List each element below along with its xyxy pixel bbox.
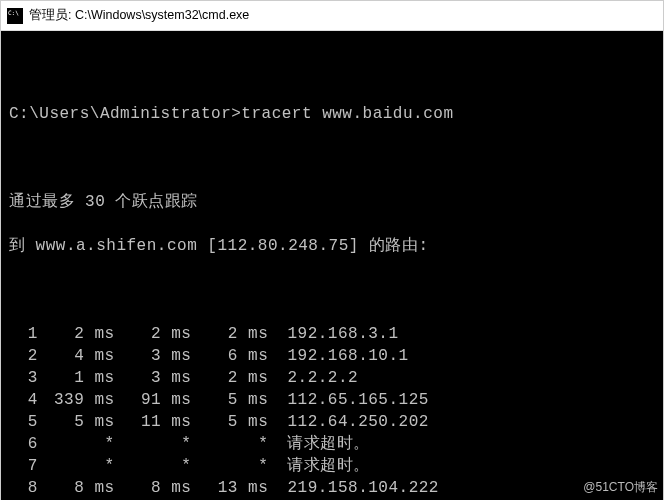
watermark: @51CTO博客 — [583, 479, 658, 496]
hop-host: 192.168.10.1 — [268, 345, 408, 367]
hop-time-1: 5 ms — [38, 411, 115, 433]
hop-time-3: 6 ms — [191, 345, 268, 367]
blank-line — [9, 279, 655, 301]
hop-time-2: 3 ms — [115, 345, 192, 367]
hop-host: 请求超时。 — [268, 433, 370, 455]
hop-time-1: 8 ms — [38, 477, 115, 499]
hop-number: 7 — [9, 455, 38, 477]
prompt-line: C:\Users\Administrator>tracert www.baidu… — [9, 103, 655, 125]
intro-line-1: 通过最多 30 个跃点跟踪 — [9, 191, 655, 213]
hop-number: 6 — [9, 433, 38, 455]
blank-line — [9, 59, 655, 81]
hop-row: 31 ms3 ms2 ms2.2.2.2 — [9, 367, 655, 389]
hop-time-1: 1 ms — [38, 367, 115, 389]
hop-time-3: * — [191, 455, 268, 477]
hop-host: 219.158.104.222 — [268, 477, 439, 499]
hop-time-2: * — [115, 433, 192, 455]
hop-time-3: * — [191, 433, 268, 455]
titlebar[interactable]: 管理员: C:\Windows\system32\cmd.exe — [1, 1, 663, 31]
hop-row: 55 ms11 ms5 ms112.64.250.202 — [9, 411, 655, 433]
hop-number: 3 — [9, 367, 38, 389]
hop-time-3: 2 ms — [191, 323, 268, 345]
hop-number: 8 — [9, 477, 38, 499]
hop-time-1: 4 ms — [38, 345, 115, 367]
hop-host: 请求超时。 — [268, 455, 370, 477]
hop-time-2: 2 ms — [115, 323, 192, 345]
cmd-window: 管理员: C:\Windows\system32\cmd.exe C:\User… — [0, 0, 664, 500]
hop-number: 2 — [9, 345, 38, 367]
hop-list: 12 ms2 ms2 ms192.168.3.124 ms3 ms6 ms192… — [9, 323, 655, 500]
hop-time-1: * — [38, 433, 115, 455]
hop-host: 112.64.250.202 — [268, 411, 429, 433]
hop-time-1: 339 ms — [38, 389, 115, 411]
hop-host: 192.168.3.1 — [268, 323, 398, 345]
hop-number: 5 — [9, 411, 38, 433]
hop-row: 7***请求超时。 — [9, 455, 655, 477]
hop-number: 1 — [9, 323, 38, 345]
hop-row: 4339 ms91 ms5 ms112.65.165.125 — [9, 389, 655, 411]
hop-time-3: 2 ms — [191, 367, 268, 389]
prompt: C:\Users\Administrator> — [9, 105, 241, 123]
cmd-icon — [7, 8, 23, 24]
hop-number: 4 — [9, 389, 38, 411]
command: tracert www.baidu.com — [241, 105, 453, 123]
hop-time-2: 11 ms — [115, 411, 192, 433]
hop-time-2: 91 ms — [115, 389, 192, 411]
console-output[interactable]: C:\Users\Administrator>tracert www.baidu… — [1, 31, 663, 500]
hop-time-1: 2 ms — [38, 323, 115, 345]
hop-time-2: 3 ms — [115, 367, 192, 389]
hop-row: 6***请求超时。 — [9, 433, 655, 455]
hop-row: 24 ms3 ms6 ms192.168.10.1 — [9, 345, 655, 367]
title-text: 管理员: C:\Windows\system32\cmd.exe — [29, 7, 249, 24]
hop-time-2: * — [115, 455, 192, 477]
hop-time-3: 5 ms — [191, 389, 268, 411]
hop-time-3: 5 ms — [191, 411, 268, 433]
hop-time-2: 8 ms — [115, 477, 192, 499]
hop-time-3: 13 ms — [191, 477, 268, 499]
blank-line — [9, 147, 655, 169]
hop-host: 2.2.2.2 — [268, 367, 358, 389]
hop-row: 88 ms8 ms13 ms219.158.104.222 — [9, 477, 655, 499]
hop-time-1: * — [38, 455, 115, 477]
hop-host: 112.65.165.125 — [268, 389, 429, 411]
intro-line-2: 到 www.a.shifen.com [112.80.248.75] 的路由: — [9, 235, 655, 257]
hop-row: 12 ms2 ms2 ms192.168.3.1 — [9, 323, 655, 345]
